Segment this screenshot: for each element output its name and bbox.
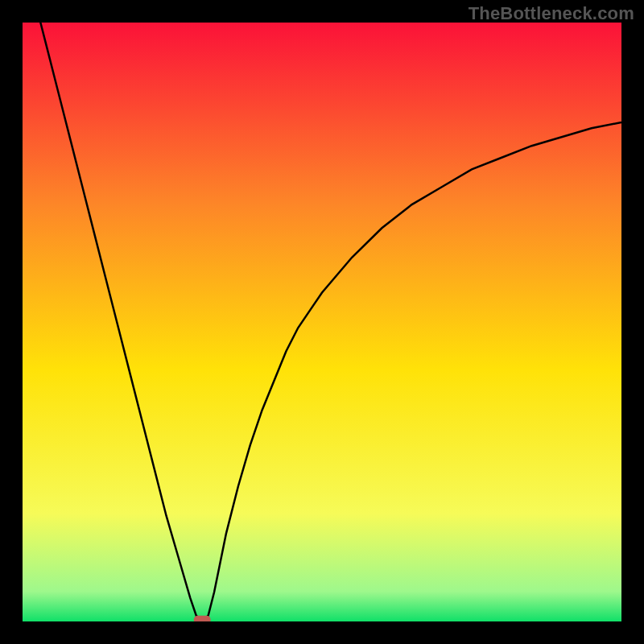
gradient-background [23, 23, 621, 621]
watermark-text: TheBottleneck.com [469, 3, 634, 24]
chart-frame: TheBottleneck.com [0, 0, 644, 644]
plot-svg [23, 23, 621, 621]
plot-area [23, 23, 621, 621]
optimal-marker [194, 616, 211, 621]
